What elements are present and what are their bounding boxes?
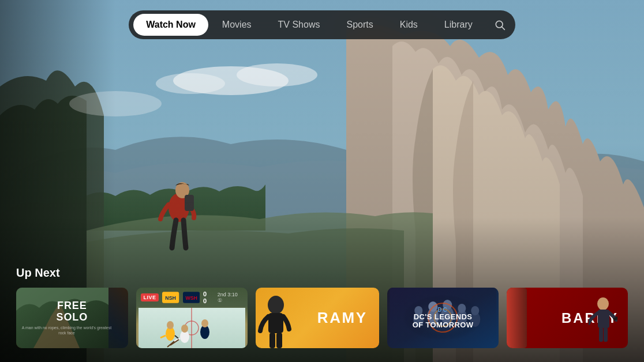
nav-item-watch-now[interactable]: Watch Now xyxy=(133,14,208,36)
up-next-label: Up Next xyxy=(16,266,628,280)
score-display: 0 0 xyxy=(203,291,212,304)
nav-item-sports[interactable]: Sports xyxy=(334,14,385,36)
svg-text:WSH: WSH xyxy=(185,295,197,301)
svg-text:NSH: NSH xyxy=(166,295,177,301)
card-dc-legends[interactable]: DC DC's Legendsof Tomorrow xyxy=(387,288,499,348)
svg-line-11 xyxy=(502,27,505,30)
svg-point-31 xyxy=(268,296,284,314)
dc-title: DC's Legendsof Tomorrow xyxy=(413,313,474,330)
svg-rect-52 xyxy=(599,327,603,342)
card-free-solo[interactable]: FREESOLO A man with no ropes, climbing t… xyxy=(16,288,128,348)
card-barry[interactable]: BARRY xyxy=(507,288,628,348)
ramy-title: RAMY xyxy=(317,309,368,327)
barry-figure-svg xyxy=(589,293,617,348)
barry-curtain-left xyxy=(507,288,527,348)
nav-item-kids[interactable]: Kids xyxy=(387,14,430,36)
ramy-figure-svg xyxy=(256,288,296,348)
bottom-section: Up Next FREESOLO xyxy=(0,266,644,362)
svg-point-28 xyxy=(201,319,208,327)
svg-point-21 xyxy=(167,321,174,329)
card-hockey[interactable]: LIVE NSH WSH 0 0 2nd 3:10 ① xyxy=(136,288,248,348)
hockey-top-bar: LIVE NSH WSH 0 0 2nd 3:10 ① xyxy=(136,288,248,307)
hockey-bg: LIVE NSH WSH 0 0 2nd 3:10 ① xyxy=(136,288,248,348)
nav-item-tv-shows[interactable]: TV Shows xyxy=(265,14,333,36)
dc-content: DC DC's Legendsof Tomorrow xyxy=(408,302,478,334)
cards-row: FREESOLO A man with no ropes, climbing t… xyxy=(16,288,628,348)
card-ramy[interactable]: RAMY xyxy=(256,288,379,348)
live-badge: LIVE xyxy=(141,293,159,301)
svg-rect-33 xyxy=(269,333,275,348)
svg-rect-53 xyxy=(604,327,608,342)
search-icon xyxy=(494,19,506,31)
svg-rect-50 xyxy=(598,310,609,328)
svg-point-25 xyxy=(181,325,188,333)
team-logo-right: WSH xyxy=(183,292,200,303)
nav-item-library[interactable]: Library xyxy=(432,14,485,36)
svg-point-49 xyxy=(597,297,609,310)
navigation-bar: Watch Now Movies TV Shows Sports Kids Li… xyxy=(0,0,644,46)
free-solo-subtitle: A man with no ropes, climbing the world'… xyxy=(18,325,115,335)
nav-pill: Watch Now Movies TV Shows Sports Kids Li… xyxy=(129,10,515,39)
free-solo-title: FREESOLO xyxy=(18,300,126,323)
svg-rect-34 xyxy=(276,333,282,348)
team-logo-left: NSH xyxy=(162,292,179,303)
period-display: 2nd 3:10 ① xyxy=(218,292,243,303)
free-solo-inner: FREESOLO A man with no ropes, climbing t… xyxy=(16,288,128,348)
nav-item-movies[interactable]: Movies xyxy=(209,14,264,36)
search-button[interactable] xyxy=(489,14,511,36)
hockey-ice xyxy=(136,307,248,348)
